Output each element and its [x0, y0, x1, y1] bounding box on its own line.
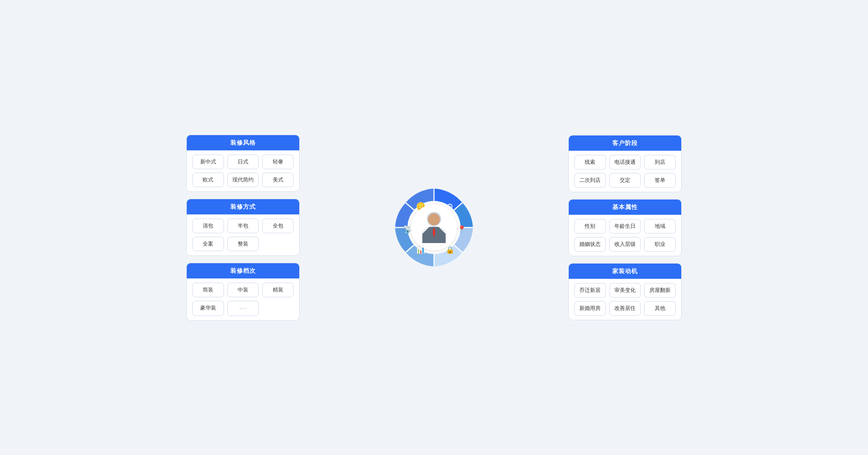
tag-item[interactable]: ··· — [227, 301, 259, 316]
tag-item[interactable]: 其他 — [644, 301, 676, 316]
tag-item[interactable]: 电话接通 — [609, 155, 641, 169]
tag-item[interactable]: 中装 — [227, 283, 259, 297]
tag-item[interactable]: 欧式 — [192, 173, 224, 187]
tag-item[interactable]: 新中式 — [192, 155, 224, 169]
tag-item[interactable]: 半包 — [227, 219, 259, 233]
tag-item[interactable]: 地域 — [644, 219, 676, 234]
tag-item[interactable]: 轻奢 — [262, 155, 294, 169]
tag-item[interactable]: 精装 — [262, 283, 294, 297]
category-header-basic-attributes: 基本属性 — [569, 200, 681, 215]
category-body-decoration-level: 简装中装精装豪华装··· — [187, 278, 299, 320]
tag-item[interactable]: 交定 — [609, 173, 641, 188]
category-header-home-motivation: 家装动机 — [569, 264, 681, 279]
tag-item[interactable]: 日式 — [227, 155, 259, 169]
svg-text:📍: 📍 — [457, 225, 466, 234]
right-panel: 客户阶段线索电话接通到店二次到店交定签单基本属性性别年龄生日地域婚姻状态收入层级… — [568, 135, 682, 320]
left-panel: 装修风格新中式日式轻奢欧式现代简约美式装修方式清包半包全包全案整装装修档次简装中… — [186, 135, 300, 321]
tag-item[interactable]: 新婚用房 — [574, 301, 606, 316]
category-body-home-motivation: 乔迁新居审美变化房屋翻新新婚用房改善居住其他 — [569, 279, 681, 320]
category-decoration-level: 装修档次简装中装精装豪华装··· — [186, 263, 300, 321]
category-basic-attributes: 基本属性性别年龄生日地域婚姻状态收入层级职业 — [568, 199, 682, 256]
category-header-decoration-mode: 装修方式 — [187, 199, 299, 214]
tag-item[interactable]: 二次到店 — [574, 173, 606, 188]
tag-item[interactable]: 清包 — [192, 219, 224, 233]
tag-item[interactable]: 婚姻状态 — [574, 237, 606, 252]
category-header-decoration-style: 装修风格 — [187, 135, 299, 150]
category-decoration-style: 装修风格新中式日式轻奢欧式现代简约美式 — [186, 135, 300, 192]
category-body-decoration-style: 新中式日式轻奢欧式现代简约美式 — [187, 150, 299, 191]
tag-item[interactable]: 性别 — [574, 219, 606, 234]
tag-item[interactable]: 美式 — [262, 173, 294, 187]
svg-text:🔒: 🔒 — [446, 246, 455, 254]
tag-item[interactable]: 线索 — [574, 155, 606, 169]
category-home-motivation: 家装动机乔迁新居审美变化房屋翻新新婚用房改善居住其他 — [568, 263, 682, 320]
category-body-decoration-mode: 清包半包全包全案整装 — [187, 214, 299, 255]
tag-item[interactable]: 改善居住 — [609, 301, 641, 316]
tag-item[interactable]: 签单 — [644, 173, 676, 188]
wheel-wrapper: 🪙 ⚙ 📍 🔒 📊 📡 — [377, 171, 491, 284]
tag-item[interactable]: 整装 — [227, 237, 259, 251]
tag-item[interactable]: 乔迁新居 — [574, 283, 606, 298]
tag-item[interactable]: 年龄生日 — [609, 219, 641, 234]
category-decoration-mode: 装修方式清包半包全包全案整装 — [186, 199, 300, 256]
category-header-customer-stage: 客户阶段 — [569, 136, 681, 151]
svg-text:📡: 📡 — [403, 225, 412, 234]
category-customer-stage: 客户阶段线索电话接通到店二次到店交定签单 — [568, 135, 682, 192]
tag-item[interactable]: 审美变化 — [609, 283, 641, 298]
tag-item[interactable]: 房屋翻新 — [644, 283, 676, 298]
center-avatar — [411, 205, 457, 250]
tag-item[interactable]: 现代简约 — [227, 173, 259, 187]
tag-item[interactable]: 职业 — [644, 237, 676, 252]
center-wheel: 🪙 ⚙ 📍 🔒 📊 📡 — [314, 171, 554, 284]
person-figure — [422, 212, 446, 243]
tag-item[interactable]: 收入层级 — [609, 237, 641, 252]
tag-item[interactable]: 豪华装 — [192, 301, 224, 316]
tag-item[interactable]: 到店 — [644, 155, 676, 169]
tag-item[interactable]: 全案 — [192, 237, 224, 251]
tag-item[interactable]: 全包 — [262, 219, 294, 233]
tag-item[interactable]: 简装 — [192, 283, 224, 297]
category-body-basic-attributes: 性别年龄生日地域婚姻状态收入层级职业 — [569, 215, 681, 256]
category-header-decoration-level: 装修档次 — [187, 263, 299, 278]
main-container: 装修风格新中式日式轻奢欧式现代简约美式装修方式清包半包全包全案整装装修档次简装中… — [186, 135, 682, 321]
category-body-customer-stage: 线索电话接通到店二次到店交定签单 — [569, 151, 681, 192]
